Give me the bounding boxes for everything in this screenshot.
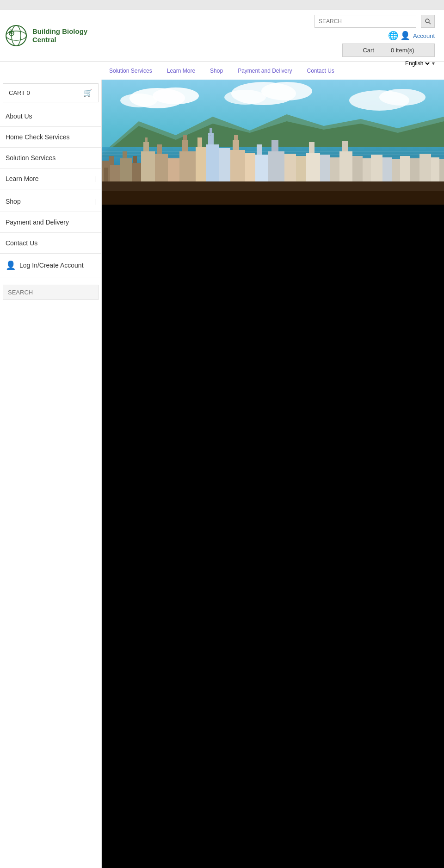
sidebar-item-shop[interactable]: Shop: [0, 191, 101, 212]
svg-rect-55: [271, 140, 278, 151]
cart-row-header: Cart 0 item(s): [342, 44, 435, 57]
language-select[interactable]: English: [403, 60, 431, 67]
svg-rect-63: [342, 141, 348, 151]
top-bar: [0, 0, 444, 10]
sidebar-item-about-us[interactable]: About Us: [0, 106, 101, 127]
header-right: 🌐 👤 Account Cart 0 item(s) English ▾: [314, 15, 435, 67]
sidebar: CART 0 🛒 About Us Home Check Services So…: [0, 80, 102, 868]
svg-point-1: [12, 25, 21, 46]
svg-rect-75: [210, 135, 211, 136]
person-icon-header: 👤: [400, 31, 410, 41]
sidebar-item-learn-more[interactable]: Learn More: [0, 169, 101, 189]
svg-rect-49: [233, 140, 239, 150]
chevron-down-icon: ▾: [432, 60, 435, 67]
search-input-top[interactable]: [314, 15, 416, 28]
main-layout: CART 0 🛒 About Us Home Check Services So…: [0, 80, 444, 868]
svg-rect-77: [102, 191, 444, 205]
logo-text: Building Biology Central: [32, 27, 106, 44]
globe-icon: 🌐: [388, 31, 398, 41]
account-icons: 🌐 👤: [388, 31, 410, 41]
search-button-top[interactable]: [421, 15, 435, 28]
language-row: English ▾: [403, 60, 435, 67]
svg-rect-59: [309, 142, 314, 153]
sidebar-item-contact-us[interactable]: Contact Us: [0, 233, 101, 254]
sidebar-item-home-check[interactable]: Home Check Services: [0, 127, 101, 148]
svg-line-5: [11, 29, 12, 31]
svg-point-16: [224, 90, 266, 105]
sidebar-item-payment-delivery[interactable]: Payment and Delivery: [0, 212, 101, 233]
person-icon-sidebar: 👤: [6, 260, 16, 270]
top-bar-divider: [102, 2, 102, 8]
svg-point-2: [6, 31, 26, 40]
svg-point-13: [120, 94, 157, 107]
cart-sidebar[interactable]: CART 0 🛒: [3, 83, 99, 102]
svg-rect-53: [257, 144, 262, 155]
cart-button-header[interactable]: Cart 0 item(s): [342, 44, 435, 57]
cityscape-svg: [102, 80, 444, 205]
svg-rect-46: [210, 128, 212, 133]
hero-image: [102, 80, 444, 205]
cart-count-header: 0 item(s): [391, 47, 414, 54]
svg-point-15: [261, 82, 312, 100]
sidebar-search-input[interactable]: [3, 285, 99, 300]
nav-item-shop[interactable]: Shop: [203, 62, 230, 80]
svg-rect-74: [208, 135, 209, 136]
sidebar-item-solution-services[interactable]: Solution Services: [0, 148, 101, 169]
sidebar-account[interactable]: 👤 Log In/Create Account: [0, 254, 101, 277]
svg-point-18: [379, 89, 426, 106]
svg-rect-50: [234, 135, 238, 140]
nav-item-learn-more[interactable]: Learn More: [160, 62, 203, 80]
account-row: 🌐 👤 Account: [388, 31, 435, 41]
account-link[interactable]: Account: [413, 32, 435, 39]
svg-rect-40: [182, 140, 188, 151]
main-content: [102, 80, 444, 868]
account-label-sidebar: Log In/Create Account: [19, 262, 84, 269]
nav-item-payment-delivery[interactable]: Payment and Delivery: [230, 62, 299, 80]
svg-rect-34: [143, 142, 149, 151]
svg-rect-28: [109, 156, 114, 165]
svg-rect-35: [145, 137, 148, 142]
svg-rect-37: [157, 144, 162, 154]
cart-icon-sidebar: 🛒: [83, 88, 92, 97]
svg-line-9: [429, 22, 431, 24]
search-icon: [425, 18, 431, 25]
svg-rect-32: [133, 156, 137, 163]
sidebar-search-area: [0, 277, 101, 307]
svg-rect-45: [208, 133, 214, 144]
sidebar-nav: About Us Home Check Services Solution Se…: [0, 106, 101, 254]
svg-rect-41: [183, 135, 187, 140]
logo-icon: [5, 24, 28, 47]
logo-area[interactable]: Building Biology Central: [5, 24, 106, 47]
header: Building Biology Central 🌐 👤 Account Car…: [0, 10, 444, 61]
svg-rect-43: [197, 137, 202, 147]
black-area: [102, 205, 444, 868]
nav-item-solution-services[interactable]: Solution Services: [102, 62, 160, 80]
svg-point-12: [153, 87, 199, 104]
search-cart-row: [314, 15, 435, 28]
svg-point-8: [426, 19, 429, 23]
svg-rect-30: [123, 151, 127, 158]
cart-sidebar-label: CART 0: [9, 89, 30, 96]
svg-point-0: [6, 25, 26, 46]
